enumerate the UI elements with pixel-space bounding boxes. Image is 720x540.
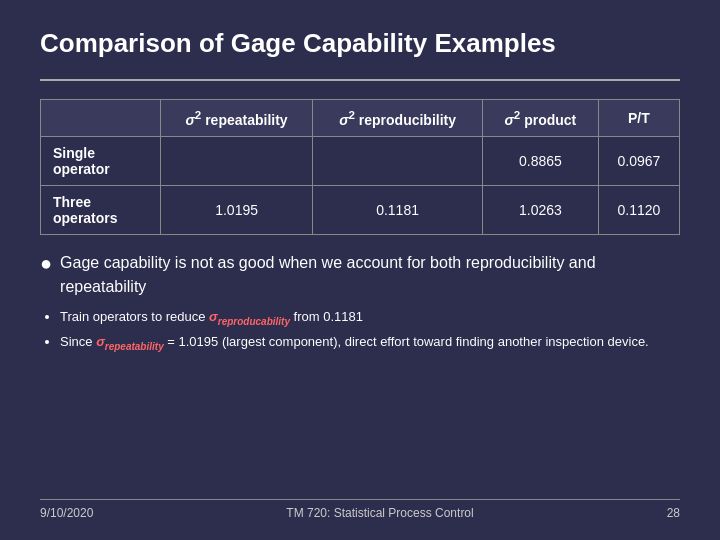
footer-title: TM 720: Statistical Process Control	[286, 506, 473, 520]
divider	[40, 79, 680, 81]
sub-bullet-list: Train operators to reduce σreproducabili…	[60, 307, 680, 354]
comparison-table: σ2 repeatability σ2 reproducibility σ2 p…	[40, 99, 680, 235]
bullet-icon: ●	[40, 251, 52, 275]
table-row-three: Threeoperators 1.0195 0.1181 1.0263 0.11…	[41, 185, 680, 234]
three-pt: 0.1120	[598, 185, 679, 234]
main-bullet: ● Gage capability is not as good when we…	[40, 251, 680, 299]
row-label-three: Threeoperators	[41, 185, 161, 234]
slide: Comparison of Gage Capability Examples σ…	[0, 0, 720, 540]
table-row-single: Singleoperator 0.8865 0.0967	[41, 136, 680, 185]
main-bullet-text: Gage capability is not as good when we a…	[60, 251, 680, 299]
single-product: 0.8865	[482, 136, 598, 185]
three-reproducibility: 0.1181	[313, 185, 483, 234]
col-header-pt: P/T	[598, 100, 679, 137]
footer-page: 28	[667, 506, 680, 520]
three-product: 1.0263	[482, 185, 598, 234]
single-reproducibility	[313, 136, 483, 185]
slide-title: Comparison of Gage Capability Examples	[40, 28, 680, 59]
three-repeatability: 1.0195	[161, 185, 313, 234]
single-pt: 0.0967	[598, 136, 679, 185]
row-label-single: Singleoperator	[41, 136, 161, 185]
col-header-reproducibility: σ2 reproducibility	[313, 100, 483, 137]
col-header-product: σ2 product	[482, 100, 598, 137]
col-header-empty	[41, 100, 161, 137]
sub-bullet-2: Since σrepeatability = 1.0195 (largest c…	[60, 332, 680, 354]
footer: 9/10/2020 TM 720: Statistical Process Co…	[40, 499, 680, 520]
footer-date: 9/10/2020	[40, 506, 93, 520]
sub-bullet-1: Train operators to reduce σreproducabili…	[60, 307, 680, 329]
col-header-repeatability: σ2 repeatability	[161, 100, 313, 137]
bullet-section: ● Gage capability is not as good when we…	[40, 251, 680, 499]
single-repeatability	[161, 136, 313, 185]
